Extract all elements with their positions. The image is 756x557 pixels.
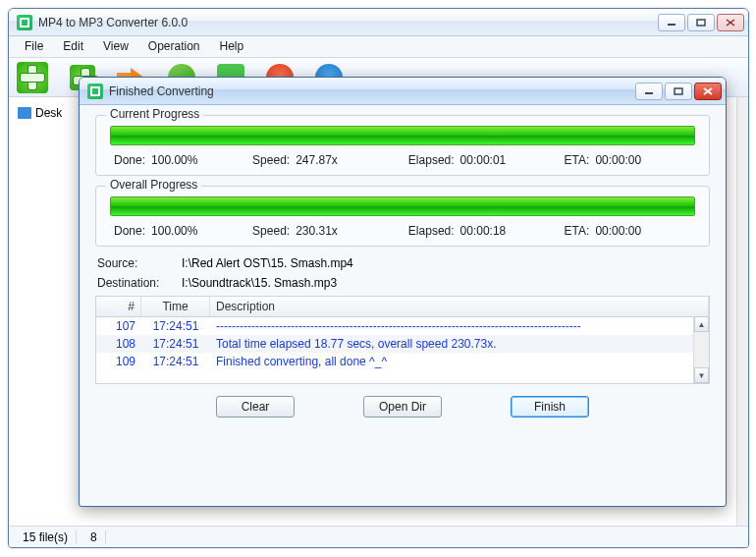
finish-button[interactable]: Finish	[511, 396, 589, 418]
menu-file[interactable]: File	[15, 36, 53, 57]
log-row[interactable]: 109 17:24:51 Finished converting, all do…	[96, 353, 709, 370]
done-label: Done:	[114, 153, 145, 167]
source-label: Source:	[97, 256, 182, 270]
log-col-number[interactable]: #	[96, 297, 141, 316]
menubar: File Edit View Operation Help	[9, 36, 748, 58]
log-row[interactable]: 108 17:24:51 Total time elapsed 18.77 se…	[96, 335, 709, 353]
elapsed-value: 00:00:01	[460, 153, 507, 167]
scrollbar-main[interactable]	[736, 97, 748, 526]
current-progress-bar	[110, 126, 695, 145]
clear-button[interactable]: Clear	[216, 396, 295, 418]
source-value: I:\Red Alert OST\15. Smash.mp4	[182, 256, 353, 270]
close-button[interactable]	[717, 14, 744, 31]
scroll-up-icon[interactable]: ▲	[694, 316, 709, 332]
log-row[interactable]: 107 17:24:51 ---------------------------…	[96, 317, 709, 335]
destination-label: Destination:	[97, 276, 182, 290]
tree-item-label: Desk	[35, 106, 62, 120]
status-selected: 8	[82, 530, 106, 544]
open-dir-button[interactable]: Open Dir	[363, 396, 442, 418]
menu-help[interactable]: Help	[210, 36, 254, 57]
elapsed-label: Elapsed:	[408, 153, 455, 167]
statusbar: 15 file(s) 8	[9, 526, 748, 547]
log-panel: # Time Description 107 17:24:51 --------…	[95, 296, 710, 384]
dialog-app-icon	[87, 84, 103, 99]
done-label: Done:	[114, 224, 145, 238]
speed-label: Speed:	[252, 224, 290, 238]
status-file-count: 15 file(s)	[15, 530, 77, 544]
current-progress-group: Current Progress Done:100.00% Speed:247.…	[95, 115, 710, 176]
done-value: 100.00%	[151, 224, 197, 238]
svg-rect-1	[697, 20, 705, 26]
speed-value: 230.31x	[296, 224, 338, 238]
overall-progress-label: Overall Progress	[106, 178, 201, 192]
dialog-maximize-button[interactable]	[665, 83, 692, 100]
eta-label: ETA:	[565, 224, 590, 238]
eta-label: ETA:	[565, 153, 590, 167]
folder-tree[interactable]: Desk	[9, 97, 85, 526]
dialog-minimize-button[interactable]	[635, 83, 663, 100]
menu-edit[interactable]: Edit	[53, 36, 93, 57]
current-progress-label: Current Progress	[106, 107, 203, 121]
log-col-description[interactable]: Description	[210, 297, 709, 316]
minimize-button[interactable]	[658, 14, 685, 31]
destination-value: I:\Soundtrack\15. Smash.mp3	[182, 276, 337, 290]
eta-value: 00:00:00	[595, 153, 641, 167]
log-header: # Time Description	[96, 297, 709, 317]
elapsed-label: Elapsed:	[408, 224, 455, 238]
overall-progress-group: Overall Progress Done:100.00% Speed:230.…	[95, 186, 710, 247]
overall-progress-bar	[110, 196, 695, 216]
destination-row: Destination: I:\Soundtrack\15. Smash.mp3	[95, 276, 710, 290]
app-icon	[17, 15, 32, 30]
menu-operation[interactable]: Operation	[138, 36, 210, 57]
log-col-time[interactable]: Time	[141, 297, 210, 316]
speed-value: 247.87x	[296, 153, 338, 167]
tree-item-desktop[interactable]: Desk	[15, 103, 80, 123]
log-scrollbar[interactable]: ▲ ▼	[693, 316, 709, 383]
main-titlebar: MP4 to MP3 Converter 6.0.0	[9, 9, 748, 36]
app-title: MP4 to MP3 Converter 6.0.0	[38, 16, 658, 29]
done-value: 100.00%	[151, 153, 197, 167]
menu-view[interactable]: View	[93, 36, 138, 57]
dialog-titlebar: Finished Converting	[80, 78, 726, 105]
monitor-icon	[18, 107, 31, 119]
maximize-button[interactable]	[687, 14, 715, 31]
dialog-title: Finished Converting	[109, 84, 635, 98]
speed-label: Speed:	[252, 153, 290, 167]
elapsed-value: 00:00:18	[460, 224, 507, 238]
finished-dialog: Finished Converting Current Progress Don…	[79, 77, 727, 507]
dialog-close-button[interactable]	[694, 83, 722, 100]
scroll-down-icon[interactable]: ▼	[694, 367, 709, 383]
svg-rect-5	[675, 88, 682, 94]
eta-value: 00:00:00	[595, 224, 641, 238]
add-files-icon[interactable]	[17, 62, 48, 93]
source-row: Source: I:\Red Alert OST\15. Smash.mp4	[95, 256, 710, 270]
